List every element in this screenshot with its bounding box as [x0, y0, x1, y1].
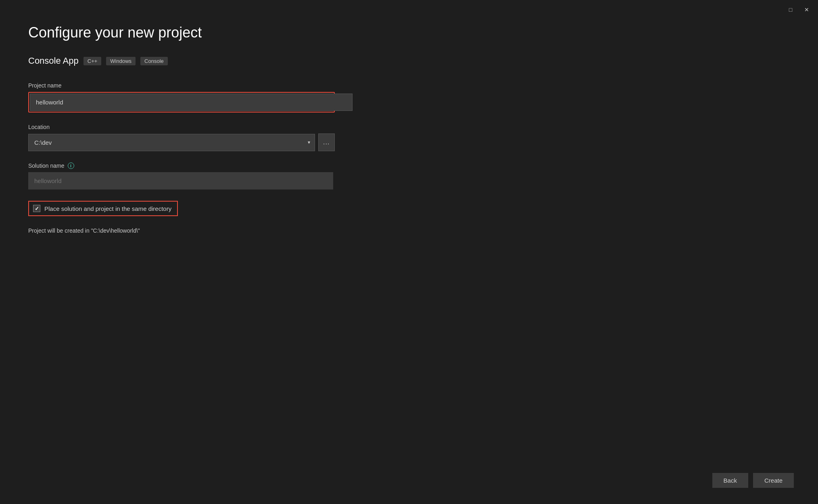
configure-project-window: □ ✕ Configure your new project Console A… — [0, 0, 818, 504]
solution-name-label: Solution name i — [28, 162, 335, 169]
tag-windows: Windows — [106, 57, 136, 65]
solution-info-icon[interactable]: i — [68, 162, 74, 169]
title-bar: □ ✕ — [779, 0, 818, 19]
browse-button[interactable]: ... — [318, 133, 335, 151]
project-name-label: Project name — [28, 82, 335, 89]
main-content: Configure your new project Console App C… — [0, 0, 363, 258]
subtitle-row: Console App C++ Windows Console — [28, 56, 335, 66]
solution-name-input[interactable] — [28, 172, 333, 190]
project-name-highlight-box — [28, 92, 335, 112]
create-button[interactable]: Create — [753, 473, 794, 488]
tag-cpp: C++ — [83, 57, 102, 65]
bottom-buttons: Back Create — [712, 473, 794, 488]
same-directory-label: Place solution and project in the same d… — [44, 205, 171, 212]
same-directory-checkbox-row[interactable]: Place solution and project in the same d… — [28, 201, 178, 216]
same-directory-section: Place solution and project in the same d… — [28, 201, 335, 216]
project-name-input[interactable] — [30, 94, 353, 111]
page-title: Configure your new project — [28, 24, 335, 41]
project-path-info: Project will be created in "C:\dev\hello… — [28, 227, 335, 234]
back-button[interactable]: Back — [712, 473, 748, 488]
close-button[interactable]: ✕ — [802, 5, 812, 15]
tag-console: Console — [140, 57, 168, 65]
location-select[interactable]: C:\dev — [28, 134, 315, 151]
project-type-label: Console App — [28, 56, 79, 66]
location-label: Location — [28, 124, 335, 130]
location-section: Location C:\dev ▾ ... — [28, 124, 335, 151]
solution-name-section: Solution name i — [28, 162, 335, 190]
same-directory-checkbox[interactable] — [33, 205, 40, 212]
location-select-wrapper: C:\dev ▾ — [28, 134, 315, 151]
maximize-button[interactable]: □ — [786, 5, 795, 15]
location-row: C:\dev ▾ ... — [28, 133, 335, 151]
project-name-section: Project name — [28, 82, 335, 112]
